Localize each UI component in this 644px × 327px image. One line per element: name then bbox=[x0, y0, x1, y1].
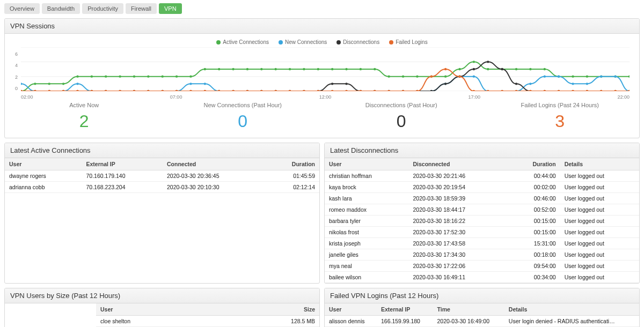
svg-point-25 bbox=[317, 68, 319, 70]
legend-active[interactable]: Active Connections bbox=[216, 39, 269, 45]
svg-point-13 bbox=[147, 75, 149, 77]
summary-2: Disconnections (Past Hour)0 bbox=[322, 102, 481, 131]
svg-point-179 bbox=[628, 90, 630, 91]
panel-title-failed: Failed VPN Logins (Past 12 Hours) bbox=[325, 288, 639, 303]
col-user[interactable]: User bbox=[325, 158, 409, 170]
nav-tabs: OverviewBandwidthProductivityFirewallVPN bbox=[0, 0, 644, 18]
table-row[interactable]: janelle giles2020-03-30 17:34:3000:18:00… bbox=[325, 249, 639, 261]
svg-point-15 bbox=[175, 75, 178, 77]
col-duration[interactable]: Duration bbox=[266, 158, 319, 170]
panel-title-active: Latest Active Connections bbox=[5, 143, 319, 158]
svg-point-48 bbox=[21, 83, 22, 85]
table-row[interactable]: dwayne rogers70.160.179.1402020-03-30 20… bbox=[5, 170, 319, 182]
svg-point-32 bbox=[416, 75, 418, 77]
legend-failed[interactable]: Failed Logins bbox=[389, 39, 427, 45]
col-ip[interactable]: External IP bbox=[82, 158, 163, 170]
tab-overview[interactable]: Overview bbox=[4, 3, 40, 14]
svg-point-5 bbox=[34, 83, 36, 85]
svg-point-164 bbox=[416, 90, 418, 91]
svg-point-156 bbox=[303, 90, 305, 91]
svg-point-172 bbox=[529, 90, 531, 91]
table-row[interactable]: mya neal2020-03-30 17:22:0609:54:00User … bbox=[325, 261, 639, 272]
table-row[interactable]: kash lara2020-03-30 18:59:3900:46:00User… bbox=[325, 193, 639, 204]
col-duration[interactable]: Duration bbox=[508, 158, 560, 170]
col-size[interactable]: Size bbox=[232, 303, 319, 316]
legend-new[interactable]: New Connections bbox=[279, 39, 327, 45]
col-disconnected[interactable]: Disconnected bbox=[409, 158, 508, 170]
svg-point-10 bbox=[105, 75, 107, 77]
svg-point-89 bbox=[600, 75, 602, 77]
tab-vpn[interactable]: VPN bbox=[159, 3, 182, 14]
table-row[interactable]: adrianna cobb70.168.223.2042020-03-30 20… bbox=[5, 182, 319, 193]
svg-point-169 bbox=[487, 90, 489, 91]
svg-point-37 bbox=[487, 68, 489, 70]
svg-point-136 bbox=[21, 90, 22, 91]
svg-point-115 bbox=[345, 83, 347, 85]
svg-point-14 bbox=[162, 75, 164, 77]
svg-point-80 bbox=[473, 75, 475, 77]
latest-disc-panel: Latest Disconnections User Disconnected … bbox=[324, 143, 640, 284]
col-user[interactable]: User bbox=[325, 303, 377, 316]
col-user[interactable]: User bbox=[96, 303, 232, 316]
svg-point-160 bbox=[360, 90, 362, 91]
svg-point-21 bbox=[260, 68, 262, 70]
table-row[interactable]: cloe shelton128.5 MB bbox=[96, 316, 319, 327]
svg-point-161 bbox=[374, 90, 376, 91]
svg-point-12 bbox=[133, 75, 135, 77]
svg-point-24 bbox=[303, 68, 305, 70]
users-size-bars[interactable] bbox=[5, 303, 96, 327]
svg-point-121 bbox=[430, 90, 433, 91]
tab-bandwidth[interactable]: Bandwidth bbox=[42, 3, 80, 14]
col-details[interactable]: Details bbox=[560, 158, 639, 170]
active-connections-table: User External IP Connected Duration dway… bbox=[5, 158, 319, 193]
tab-firewall[interactable]: Firewall bbox=[126, 3, 157, 14]
table-row[interactable]: bailee wilson2020-03-30 16:49:1100:34:00… bbox=[325, 272, 639, 283]
svg-point-148 bbox=[189, 90, 192, 91]
svg-point-155 bbox=[289, 90, 291, 91]
tab-productivity[interactable]: Productivity bbox=[82, 3, 123, 14]
panel-title-users-size: VPN Users by Size (Past 12 Hours) bbox=[5, 288, 319, 303]
svg-point-16 bbox=[189, 75, 192, 77]
svg-point-140 bbox=[76, 90, 78, 91]
users-size-table: User Size cloe shelton128.5 MBmya neal46… bbox=[96, 303, 319, 327]
svg-point-8 bbox=[76, 75, 78, 77]
svg-point-141 bbox=[91, 90, 93, 91]
svg-point-149 bbox=[204, 90, 206, 91]
svg-point-178 bbox=[614, 90, 616, 91]
svg-point-147 bbox=[175, 90, 178, 91]
table-row[interactable]: krista joseph2020-03-30 17:43:5815:31:00… bbox=[325, 238, 639, 249]
col-user[interactable]: User bbox=[5, 158, 82, 170]
svg-point-31 bbox=[402, 75, 404, 77]
table-row[interactable]: christian hoffman2020-03-30 20:21:4600:4… bbox=[325, 170, 639, 182]
svg-point-114 bbox=[331, 83, 333, 85]
svg-point-122 bbox=[444, 83, 447, 85]
table-row[interactable]: kaya brock2020-03-30 20:19:5400:02:00Use… bbox=[325, 182, 639, 193]
sessions-chart[interactable]: 6420 02:0007:0012:0017:0022:00 bbox=[5, 47, 639, 101]
table-row[interactable]: alisson dennis166.159.99.1802020-03-30 1… bbox=[325, 316, 639, 327]
svg-point-139 bbox=[62, 90, 64, 91]
col-connected[interactable]: Connected bbox=[163, 158, 266, 170]
failed-logins-table: User External IP Time Details alisson de… bbox=[325, 303, 639, 327]
col-ip[interactable]: External IP bbox=[377, 303, 433, 316]
svg-point-176 bbox=[586, 90, 588, 91]
svg-point-19 bbox=[232, 68, 234, 70]
svg-point-9 bbox=[91, 75, 93, 77]
col-details[interactable]: Details bbox=[504, 303, 639, 316]
svg-point-166 bbox=[444, 68, 447, 70]
latest-active-panel: Latest Active Connections User External … bbox=[4, 143, 320, 284]
legend-disc[interactable]: Disconnections bbox=[336, 39, 379, 45]
svg-point-18 bbox=[218, 68, 220, 70]
svg-point-153 bbox=[260, 90, 262, 91]
svg-point-7 bbox=[62, 83, 64, 85]
svg-point-61 bbox=[204, 83, 206, 85]
table-row[interactable]: nikolas frost2020-03-30 17:52:3000:15:00… bbox=[325, 227, 639, 238]
svg-point-143 bbox=[119, 90, 121, 91]
svg-point-84 bbox=[529, 83, 531, 85]
svg-point-171 bbox=[515, 90, 517, 91]
svg-point-175 bbox=[572, 90, 574, 91]
svg-point-85 bbox=[544, 75, 546, 77]
table-row[interactable]: romeo maddox2020-03-30 18:44:1700:52:00U… bbox=[325, 204, 639, 215]
table-row[interactable]: barbara tyler2020-03-30 18:16:2200:15:00… bbox=[325, 215, 639, 227]
col-time[interactable]: Time bbox=[433, 303, 504, 316]
svg-point-146 bbox=[162, 90, 164, 91]
